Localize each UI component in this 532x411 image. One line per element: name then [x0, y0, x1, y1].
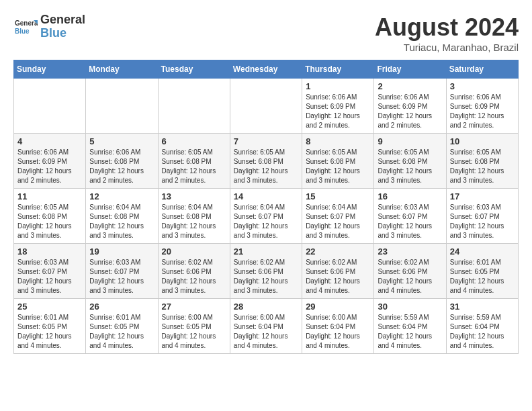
day-number: 14 — [234, 191, 298, 201]
day-info: Sunrise: 6:06 AM Sunset: 6:09 PM Dayligh… — [378, 93, 442, 130]
day-number: 26 — [89, 302, 154, 312]
day-info: Sunrise: 6:03 AM Sunset: 6:07 PM Dayligh… — [89, 258, 154, 295]
day-number: 28 — [234, 302, 298, 312]
day-info: Sunrise: 6:01 AM Sunset: 6:05 PM Dayligh… — [450, 258, 515, 295]
calendar-cell: 7Sunrise: 6:05 AM Sunset: 6:08 PM Daylig… — [230, 134, 302, 189]
day-info: Sunrise: 6:05 AM Sunset: 6:08 PM Dayligh… — [234, 148, 298, 185]
day-number: 4 — [17, 136, 82, 146]
title-block: August 2024 Turiacu, Maranhao, Brazil — [375, 13, 519, 53]
calendar-cell: 2Sunrise: 6:06 AM Sunset: 6:09 PM Daylig… — [374, 79, 446, 134]
calendar-cell: 12Sunrise: 6:04 AM Sunset: 6:08 PM Dayli… — [86, 189, 158, 244]
month-title: August 2024 — [375, 13, 519, 42]
logo-icon: General Blue — [13, 15, 38, 39]
day-number: 22 — [306, 246, 370, 257]
day-number: 21 — [234, 246, 298, 257]
calendar-table: SundayMondayTuesdayWednesdayThursdayFrid… — [13, 60, 519, 354]
day-info: Sunrise: 5:59 AM Sunset: 6:04 PM Dayligh… — [378, 313, 442, 351]
calendar-cell: 28Sunrise: 6:00 AM Sunset: 6:04 PM Dayli… — [230, 299, 302, 354]
calendar-cell: 9Sunrise: 6:05 AM Sunset: 6:08 PM Daylig… — [374, 134, 446, 189]
calendar-cell: 31Sunrise: 5:59 AM Sunset: 6:04 PM Dayli… — [446, 299, 518, 354]
day-number: 20 — [162, 246, 226, 257]
day-info: Sunrise: 6:00 AM Sunset: 6:04 PM Dayligh… — [306, 313, 370, 351]
calendar-cell — [86, 79, 158, 134]
calendar-cell: 8Sunrise: 6:05 AM Sunset: 6:08 PM Daylig… — [302, 134, 374, 189]
day-number: 9 — [378, 136, 442, 146]
calendar-cell: 5Sunrise: 6:06 AM Sunset: 6:08 PM Daylig… — [86, 134, 158, 189]
calendar-week-5: 25Sunrise: 6:01 AM Sunset: 6:05 PM Dayli… — [14, 299, 519, 354]
calendar-cell: 29Sunrise: 6:00 AM Sunset: 6:04 PM Dayli… — [302, 299, 374, 354]
day-info: Sunrise: 6:06 AM Sunset: 6:09 PM Dayligh… — [306, 93, 370, 130]
day-number: 11 — [17, 191, 82, 201]
day-info: Sunrise: 6:00 AM Sunset: 6:04 PM Dayligh… — [234, 313, 298, 351]
day-info: Sunrise: 6:02 AM Sunset: 6:06 PM Dayligh… — [162, 258, 226, 295]
day-info: Sunrise: 6:04 AM Sunset: 6:08 PM Dayligh… — [89, 203, 154, 240]
weekday-header-thursday: Thursday — [302, 60, 374, 79]
day-info: Sunrise: 6:04 AM Sunset: 6:07 PM Dayligh… — [306, 203, 370, 240]
day-info: Sunrise: 6:05 AM Sunset: 6:08 PM Dayligh… — [17, 203, 82, 240]
day-info: Sunrise: 6:05 AM Sunset: 6:08 PM Dayligh… — [162, 148, 226, 185]
day-info: Sunrise: 6:00 AM Sunset: 6:05 PM Dayligh… — [162, 313, 226, 351]
day-number: 29 — [306, 302, 370, 312]
location-subtitle: Turiacu, Maranhao, Brazil — [375, 42, 519, 53]
svg-text:Blue: Blue — [15, 28, 30, 35]
calendar-cell: 4Sunrise: 6:06 AM Sunset: 6:09 PM Daylig… — [14, 134, 86, 189]
calendar-cell: 27Sunrise: 6:00 AM Sunset: 6:05 PM Dayli… — [158, 299, 230, 354]
day-info: Sunrise: 6:02 AM Sunset: 6:06 PM Dayligh… — [306, 258, 370, 295]
day-info: Sunrise: 6:01 AM Sunset: 6:05 PM Dayligh… — [89, 313, 154, 351]
day-number: 30 — [378, 302, 442, 312]
day-info: Sunrise: 6:06 AM Sunset: 6:08 PM Dayligh… — [89, 148, 154, 185]
day-info: Sunrise: 6:05 AM Sunset: 6:08 PM Dayligh… — [378, 148, 442, 185]
calendar-cell: 22Sunrise: 6:02 AM Sunset: 6:06 PM Dayli… — [302, 244, 374, 299]
day-info: Sunrise: 6:03 AM Sunset: 6:07 PM Dayligh… — [378, 203, 442, 240]
svg-rect-0 — [13, 15, 38, 39]
calendar-cell: 1Sunrise: 6:06 AM Sunset: 6:09 PM Daylig… — [302, 79, 374, 134]
day-number: 27 — [162, 302, 226, 312]
logo-general: General — [40, 13, 85, 26]
logo-name: General Blue — [40, 13, 85, 40]
calendar-week-3: 11Sunrise: 6:05 AM Sunset: 6:08 PM Dayli… — [14, 189, 519, 244]
day-number: 19 — [89, 246, 154, 257]
logo: General Blue General Blue — [13, 13, 85, 40]
day-info: Sunrise: 6:06 AM Sunset: 6:09 PM Dayligh… — [17, 148, 82, 185]
calendar-cell: 18Sunrise: 6:03 AM Sunset: 6:07 PM Dayli… — [14, 244, 86, 299]
calendar-cell: 26Sunrise: 6:01 AM Sunset: 6:05 PM Dayli… — [86, 299, 158, 354]
calendar-cell: 16Sunrise: 6:03 AM Sunset: 6:07 PM Dayli… — [374, 189, 446, 244]
day-info: Sunrise: 5:59 AM Sunset: 6:04 PM Dayligh… — [450, 313, 515, 351]
calendar-cell: 3Sunrise: 6:06 AM Sunset: 6:09 PM Daylig… — [446, 79, 518, 134]
weekday-header-sunday: Sunday — [14, 60, 86, 79]
weekday-header-row: SundayMondayTuesdayWednesdayThursdayFrid… — [14, 60, 519, 79]
day-number: 1 — [306, 81, 370, 91]
calendar-cell: 24Sunrise: 6:01 AM Sunset: 6:05 PM Dayli… — [446, 244, 518, 299]
weekday-header-wednesday: Wednesday — [230, 60, 302, 79]
day-number: 17 — [450, 191, 515, 201]
day-number: 25 — [17, 302, 82, 312]
calendar-cell: 10Sunrise: 6:05 AM Sunset: 6:08 PM Dayli… — [446, 134, 518, 189]
weekday-header-saturday: Saturday — [446, 60, 518, 79]
day-number: 6 — [162, 136, 226, 146]
day-info: Sunrise: 6:05 AM Sunset: 6:08 PM Dayligh… — [450, 148, 515, 185]
day-number: 15 — [306, 191, 370, 201]
day-info: Sunrise: 6:04 AM Sunset: 6:07 PM Dayligh… — [234, 203, 298, 240]
logo-blue: Blue — [40, 26, 66, 40]
day-info: Sunrise: 6:02 AM Sunset: 6:06 PM Dayligh… — [234, 258, 298, 295]
calendar-cell: 21Sunrise: 6:02 AM Sunset: 6:06 PM Dayli… — [230, 244, 302, 299]
calendar-cell: 30Sunrise: 5:59 AM Sunset: 6:04 PM Dayli… — [374, 299, 446, 354]
day-info: Sunrise: 6:05 AM Sunset: 6:08 PM Dayligh… — [306, 148, 370, 185]
day-number: 3 — [450, 81, 515, 91]
weekday-header-friday: Friday — [374, 60, 446, 79]
day-info: Sunrise: 6:01 AM Sunset: 6:05 PM Dayligh… — [17, 313, 82, 351]
day-info: Sunrise: 6:03 AM Sunset: 6:07 PM Dayligh… — [17, 258, 82, 295]
calendar-cell — [158, 79, 230, 134]
calendar-cell: 19Sunrise: 6:03 AM Sunset: 6:07 PM Dayli… — [86, 244, 158, 299]
calendar-cell — [230, 79, 302, 134]
calendar-cell — [14, 79, 86, 134]
weekday-header-monday: Monday — [86, 60, 158, 79]
day-number: 31 — [450, 302, 515, 312]
day-info: Sunrise: 6:03 AM Sunset: 6:07 PM Dayligh… — [450, 203, 515, 240]
day-number: 5 — [89, 136, 154, 146]
weekday-header-tuesday: Tuesday — [158, 60, 230, 79]
calendar-week-2: 4Sunrise: 6:06 AM Sunset: 6:09 PM Daylig… — [14, 134, 519, 189]
calendar-cell: 23Sunrise: 6:02 AM Sunset: 6:06 PM Dayli… — [374, 244, 446, 299]
day-number: 7 — [234, 136, 298, 146]
day-number: 24 — [450, 246, 515, 257]
